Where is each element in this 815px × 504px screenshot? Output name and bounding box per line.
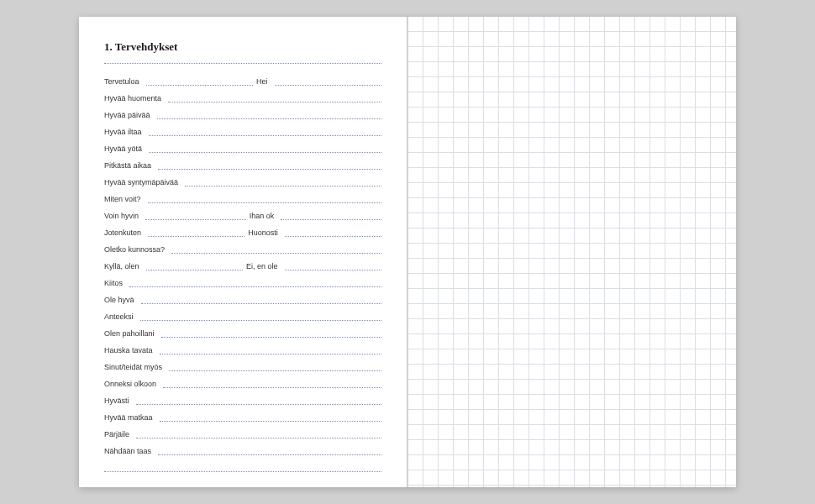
fill-line — [169, 365, 381, 371]
fill-line — [145, 213, 246, 220]
vocab-row: Hyvää iltaa — [104, 119, 381, 136]
fill-line — [168, 96, 381, 102]
term-left: Onneksi olkoon — [104, 380, 160, 388]
vocab-row: Nähdään taas — [104, 438, 381, 455]
vocab-list: TervetuloaHeiHyvää huomentaHyvää päivääH… — [104, 69, 381, 472]
term-right: Huonosti — [248, 228, 281, 237]
fill-line — [149, 129, 381, 136]
term-left: Nähdään taas — [104, 447, 155, 455]
fill-line — [136, 398, 381, 405]
page-spread: 1. Tervehdykset TervetuloaHeiHyvää huome… — [79, 17, 736, 487]
fill-line — [160, 348, 381, 354]
term-right: Hei — [256, 77, 271, 86]
fill-line — [141, 297, 381, 304]
term-left: Sinut/teidät myös — [104, 363, 166, 371]
fill-line — [149, 146, 381, 153]
term-left: Hyvästi — [104, 396, 133, 405]
fill-line — [146, 79, 253, 86]
vocab-row: Pitkästä aikaa — [104, 153, 381, 170]
vocab-row: Hyvää matkaa — [104, 405, 381, 422]
vocab-row-blank — [104, 455, 381, 472]
term-left: Miten voit? — [104, 195, 145, 203]
fill-line — [157, 113, 381, 119]
term-left: Hyvää päivää — [104, 111, 154, 119]
vocab-row: Hyvää huomenta — [104, 86, 381, 102]
vocab-row: Ole hyvä — [104, 287, 381, 304]
term-left: Hyvää yötä — [104, 144, 145, 153]
term-left: Pärjäile — [104, 430, 133, 438]
vocab-row: Anteeksi — [104, 304, 381, 321]
vocab-row: Pärjäile — [104, 422, 381, 438]
term-left: Hauska tavata — [104, 346, 156, 354]
fill-line — [285, 264, 381, 270]
term-left: Oletko kunnossa? — [104, 245, 168, 254]
fill-line — [140, 314, 381, 321]
fill-line — [104, 465, 381, 472]
vocab-row: Voin hyvinIhan ok — [104, 203, 381, 220]
term-left: Hyvää huomenta — [104, 94, 165, 102]
fill-line — [285, 230, 381, 237]
fill-line — [185, 180, 381, 186]
term-right: Ei, en ole — [246, 262, 281, 270]
fill-line — [129, 281, 381, 287]
fill-line — [146, 264, 243, 270]
vocab-row: Miten voit? — [104, 186, 381, 203]
term-left: Kyllä, olen — [104, 262, 143, 270]
fill-line — [281, 213, 381, 220]
term-left: Hyvää syntymäpäivää — [104, 178, 181, 186]
vocab-row: Onneksi olkoon — [104, 371, 381, 388]
term-left: Kiitos — [104, 279, 126, 287]
vocab-row: Kyllä, olenEi, en ole — [104, 254, 381, 270]
right-page — [408, 17, 736, 487]
term-left: Hyvää iltaa — [104, 128, 145, 136]
vocab-row: Hyvästi — [104, 388, 381, 405]
fill-line — [158, 449, 381, 455]
fill-line — [148, 230, 244, 237]
fill-line — [163, 381, 381, 388]
fill-line — [171, 247, 381, 254]
term-left: Jotenkuten — [104, 228, 145, 237]
vocab-row: Olen pahoillani — [104, 321, 381, 338]
fill-line — [136, 432, 381, 438]
vocab-row: Hyvää syntymäpäivää — [104, 170, 381, 186]
term-left: Pitkästä aikaa — [104, 161, 155, 170]
left-page: 1. Tervehdykset TervetuloaHeiHyvää huome… — [79, 17, 407, 487]
term-left: Hyvää matkaa — [104, 413, 156, 422]
vocab-row: Hyvää päivää — [104, 102, 381, 119]
fill-line — [161, 331, 381, 338]
vocab-row: Kiitos — [104, 270, 381, 287]
fill-line — [148, 197, 381, 203]
graph-paper-grid — [408, 17, 736, 487]
vocab-row: TervetuloaHei — [104, 69, 381, 86]
vocab-row: Hauska tavata — [104, 338, 381, 354]
term-left: Tervetuloa — [104, 77, 143, 86]
fill-line — [158, 163, 381, 170]
fill-line — [275, 79, 381, 86]
term-left: Ole hyvä — [104, 296, 138, 304]
vocab-row: Sinut/teidät myös — [104, 354, 381, 371]
term-left: Voin hyvin — [104, 212, 142, 220]
fill-line — [160, 415, 381, 422]
vocab-row: Oletko kunnossa? — [104, 237, 381, 254]
term-left: Anteeksi — [104, 312, 137, 321]
term-right: Ihan ok — [250, 212, 278, 220]
vocab-row: Hyvää yötä — [104, 136, 381, 153]
section-heading: 1. Tervehdykset — [104, 40, 381, 54]
heading-rule — [104, 57, 381, 64]
vocab-row: JotenkutenHuonosti — [104, 220, 381, 237]
term-left: Olen pahoillani — [104, 329, 158, 338]
